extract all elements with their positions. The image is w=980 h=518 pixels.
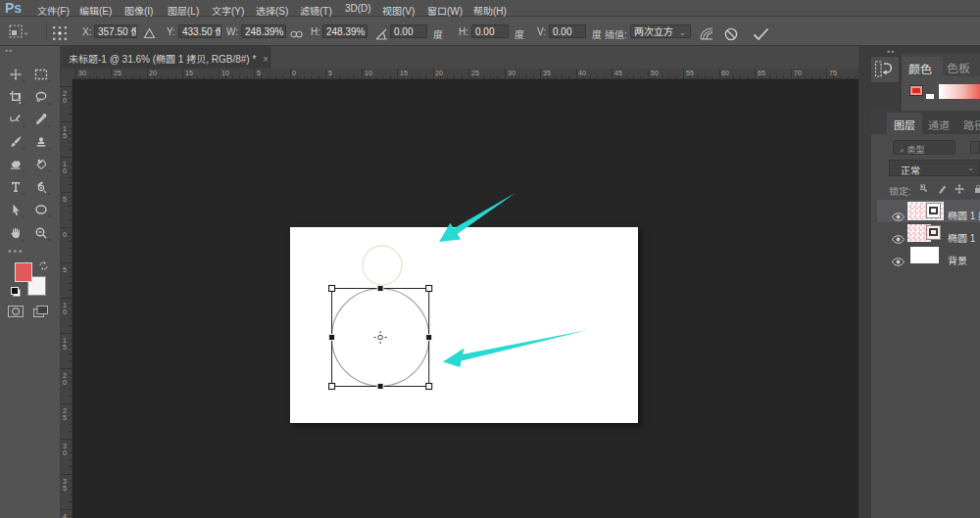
- svg-text:25: 25: [471, 70, 479, 76]
- svg-text:0: 0: [292, 70, 296, 76]
- svg-text:25: 25: [114, 70, 122, 76]
- svg-text:35: 35: [543, 70, 551, 76]
- svg-text:5: 5: [63, 344, 67, 351]
- svg-text:1: 1: [63, 125, 67, 132]
- svg-text:20: 20: [149, 70, 157, 76]
- svg-text:5: 5: [63, 132, 67, 139]
- svg-text:5: 5: [63, 485, 67, 492]
- svg-text:45: 45: [614, 70, 622, 76]
- svg-text:2: 2: [63, 372, 67, 379]
- svg-text:30: 30: [78, 70, 86, 76]
- svg-text:65: 65: [758, 70, 765, 76]
- svg-text:75: 75: [829, 70, 837, 76]
- svg-text:0: 0: [63, 379, 67, 386]
- svg-text:10: 10: [221, 70, 229, 76]
- svg-text:60: 60: [721, 70, 729, 76]
- svg-text:5: 5: [257, 70, 261, 76]
- svg-text:5: 5: [63, 414, 67, 421]
- svg-text:5: 5: [63, 266, 67, 273]
- svg-text:55: 55: [686, 70, 694, 76]
- svg-text:10: 10: [365, 70, 372, 76]
- svg-text:70: 70: [794, 70, 802, 76]
- svg-text:2: 2: [63, 407, 67, 414]
- svg-text:15: 15: [400, 70, 408, 76]
- svg-text:0: 0: [63, 308, 67, 315]
- svg-text:50: 50: [651, 70, 659, 76]
- svg-text:5: 5: [328, 70, 332, 76]
- svg-text:3: 3: [63, 478, 67, 485]
- svg-text:1: 1: [63, 337, 67, 344]
- svg-text:3: 3: [63, 443, 67, 449]
- svg-text:0: 0: [63, 167, 67, 174]
- svg-text:1: 1: [63, 161, 67, 167]
- svg-text:4: 4: [63, 513, 67, 518]
- svg-text:2: 2: [63, 90, 67, 97]
- svg-text:0: 0: [63, 449, 67, 456]
- svg-text:40: 40: [578, 70, 586, 76]
- svg-text:0: 0: [63, 97, 67, 104]
- svg-text:20: 20: [435, 70, 443, 76]
- svg-text:1: 1: [63, 302, 67, 308]
- svg-text:0: 0: [63, 231, 67, 238]
- svg-text:5: 5: [63, 196, 67, 203]
- svg-text:30: 30: [508, 70, 515, 76]
- svg-text:15: 15: [185, 70, 193, 76]
